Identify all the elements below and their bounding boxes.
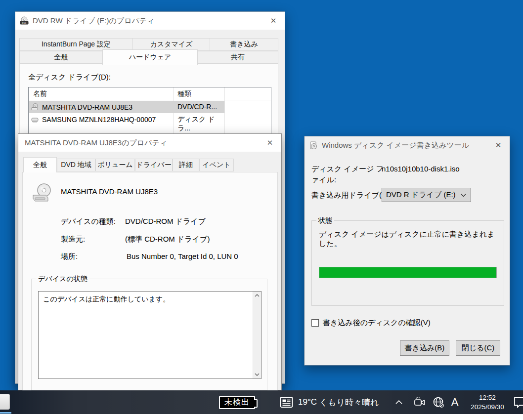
titlebar[interactable]: DVD DVD RW ドライブ (E:)のプロパティ ✕: [15, 12, 285, 30]
burn-drive-label: 書き込み用ドライブ(D):: [311, 191, 392, 200]
tab-events[interactable]: イベント: [199, 159, 234, 171]
clock-time: 12:52: [464, 393, 511, 402]
device-status-text: このデバイスは正常に動作しています。: [43, 295, 170, 304]
window-title: MATSHITA DVD-RAM UJ8E3のプロパティ: [25, 138, 167, 148]
verify-checkbox-row[interactable]: 書き込み後のディスクの確認(V): [311, 318, 431, 328]
news-icon: [280, 396, 293, 408]
column-header-type[interactable]: 種類: [177, 89, 191, 98]
device-name: SAMSUNG MZNLN128HAHQ-00007: [42, 116, 156, 124]
action-center-button[interactable]: [512, 390, 523, 414]
disc-image-icon: [309, 141, 318, 150]
show-hidden-icons-button[interactable]: [392, 390, 406, 414]
network-no-internet-icon[interactable]: [431, 390, 446, 414]
window-title: Windows ディスク イメージ書き込みツール: [322, 141, 469, 150]
burn-drive-select[interactable]: DVD R ドライブ (E:): [382, 188, 471, 202]
optical-drive-icon: [31, 103, 39, 111]
taskbar-clock[interactable]: 12:52 2025/09/30: [464, 393, 511, 412]
tab-sharing[interactable]: 共有: [197, 51, 278, 64]
tab-general[interactable]: 全般: [19, 51, 103, 64]
dvd-drive-icon: DVD: [20, 16, 29, 25]
burn-status-text: ディスク イメージはディスクに正常に書き込まれました。: [319, 230, 502, 249]
window-title: DVD RW ドライブ (E:)のプロパティ: [33, 16, 155, 26]
chevron-up-icon: [395, 400, 402, 404]
close-icon[interactable]: ✕: [262, 12, 285, 30]
field-value: DVD/CD-ROM ドライブ: [125, 217, 206, 226]
tab-details[interactable]: 詳細: [173, 159, 199, 171]
all-disk-drives-label: 全ディスク ドライブ(D):: [28, 73, 111, 82]
field-manufacturer: 製造元: (標準 CD-ROM ドライブ): [61, 235, 85, 244]
field-label: デバイスの種類:: [61, 217, 116, 225]
titlebar[interactable]: Windows ディスク イメージ書き込みツール ✕: [305, 136, 510, 154]
tab-dvd-region[interactable]: DVD 地域: [57, 159, 95, 171]
device-name: MATSHITA DVD-RAM UJ8E3: [61, 187, 158, 196]
field-label: 製造元:: [61, 235, 85, 243]
field-label: 場所:: [61, 252, 78, 260]
ime-mode-indicator[interactable]: A: [448, 390, 462, 414]
battery-not-detected-badge[interactable]: 未検出: [219, 396, 255, 409]
group-label: 状態: [316, 216, 334, 225]
tab-volumes[interactable]: ボリューム: [95, 159, 135, 171]
screen: DVD DVD RW ドライブ (E:)のプロパティ ✕ InstantBurn…: [0, 0, 523, 420]
scroll-up-icon[interactable]: [255, 294, 260, 297]
tab-recording[interactable]: 書き込み: [210, 38, 278, 51]
device-status-group: デバイスの状態 このデバイスは正常に動作しています。: [31, 279, 267, 390]
chevron-down-icon: [461, 194, 466, 197]
taskbar: 未検出 19°C くもり時々晴れ: [0, 390, 523, 414]
window-device-properties: MATSHITA DVD-RAM UJ8E3のプロパティ ✕ 全般 DVD 地域…: [18, 133, 282, 390]
scroll-down-icon[interactable]: [255, 373, 260, 376]
selected-drive: DVD R ドライブ (E:): [386, 190, 456, 200]
tab-driver[interactable]: ドライバー: [135, 159, 173, 171]
burn-progress-fill: [319, 267, 496, 278]
active-app-indicator: [0, 412, 11, 414]
tab-general[interactable]: 全般: [23, 157, 57, 172]
field-value: Bus Number 0, Target Id 0, LUN 0: [127, 252, 238, 260]
close-icon[interactable]: ✕: [487, 136, 510, 154]
device-name: MATSHITA DVD-RAM UJ8E3: [42, 103, 132, 111]
taskbar-app-icon[interactable]: [0, 394, 10, 410]
meet-now-button[interactable]: [412, 390, 427, 414]
video-camera-icon: [414, 397, 426, 408]
burn-button[interactable]: 書き込み(B): [400, 340, 449, 356]
device-status-textbox[interactable]: このデバイスは正常に動作しています。: [38, 291, 262, 379]
verify-checkbox[interactable]: [311, 319, 319, 327]
tab-hardware[interactable]: ハードウェア: [102, 49, 198, 65]
clock-date: 2025/09/30: [464, 402, 511, 412]
image-file-label: ディスク イメージ ファイル:: [311, 164, 386, 185]
close-button[interactable]: 閉じる(C): [456, 340, 500, 356]
weather-temperature: 19°C: [298, 397, 317, 407]
group-label: デバイスの状態: [36, 275, 89, 284]
notification-icon: [514, 396, 523, 409]
close-icon[interactable]: ✕: [259, 134, 281, 152]
field-location: 場所: Bus Number 0, Target Id 0, LUN 0: [61, 252, 78, 261]
table-row-matshita[interactable]: MATSHITA DVD-RAM UJ8E3 DVD/CD-R...: [29, 101, 224, 113]
device-type: DVD/CD-R...: [177, 103, 217, 111]
table-row-samsung[interactable]: SAMSUNG MZNLN128HAHQ-00007 ディスク ドラ...: [29, 113, 224, 126]
taskbar-weather-widget[interactable]: 19°C くもり時々晴れ: [280, 390, 379, 414]
image-file-value: n10s10j10b10-disk1.iso: [382, 165, 460, 173]
svg-text:DVD: DVD: [22, 22, 27, 24]
titlebar[interactable]: MATSHITA DVD-RAM UJ8E3のプロパティ ✕: [18, 134, 281, 152]
field-value: (標準 CD-ROM ドライブ): [125, 235, 210, 244]
scrollbar[interactable]: [253, 292, 261, 378]
device-type: ディスク ドラ...: [177, 115, 224, 133]
disk-drive-icon: [31, 116, 39, 123]
burn-progress-bar: [319, 267, 497, 278]
weather-condition: くもり時々晴れ: [319, 397, 379, 408]
column-header-name[interactable]: 名前: [33, 89, 47, 98]
window-disc-image-burner: Windows ディスク イメージ書き込みツール ✕ ディスク イメージ ファイ…: [304, 136, 510, 366]
table-header[interactable]: 名前 種類: [29, 87, 271, 100]
verify-checkbox-label: 書き込み後のディスクの確認(V): [323, 318, 431, 328]
field-device-type: デバイスの種類: DVD/CD-ROM ドライブ: [61, 217, 116, 226]
status-group: 状態 ディスク イメージはディスクに正常に書き込まれました。: [311, 220, 504, 306]
optical-drive-large-icon: [31, 182, 54, 205]
